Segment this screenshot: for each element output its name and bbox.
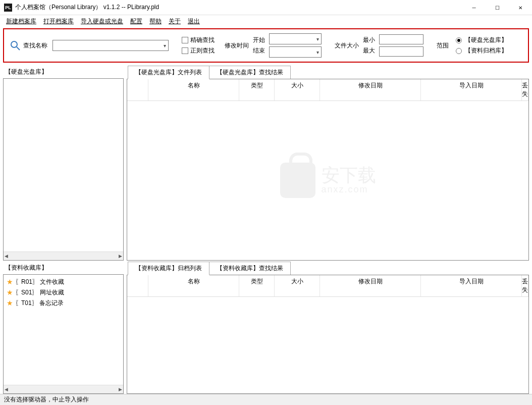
disk-tree-title: 【硬盘光盘库】 [3,66,124,78]
collect-grid-header: 名称 类型 大小 修改日期 导入日期 丢失 [127,275,528,297]
collect-tree-title: 【资料收藏库】 [3,262,124,274]
search-toolbar: 查找名称 精确查找 正则查找 修改时间 开始 结束 文件大小 最小 最大 [3,28,529,63]
watermark-sub: anxz.com [322,184,376,195]
magnifier-icon [9,39,21,52]
menu-about[interactable]: 关于 [166,16,184,27]
watermark: 安下载 anxz.com [280,163,376,198]
range-disk-radio[interactable] [456,37,462,43]
status-text: 没有选择驱动器，中止导入操作 [4,395,89,404]
svg-line-1 [17,47,20,50]
exact-label: 精确查找 [190,36,215,44]
list-item[interactable]: ★ 〖R01〗 文件收藏 [7,277,120,287]
window-title: 个人档案馆（Personal Library） v1.1.2 -- PLibra… [15,3,462,12]
svg-point-0 [11,41,17,47]
collect-tree[interactable]: ★ 〖R01〗 文件收藏 ★ 〖S01〗 网址收藏 ★ 〖T01〗 备忘记录 ◀… [3,274,124,394]
menu-config[interactable]: 配置 [127,16,145,27]
range-archive-radio[interactable] [456,48,462,54]
close-button[interactable]: ✕ [509,0,532,15]
star-icon: ★ [7,299,13,307]
statusbar: 没有选择驱动器，中止导入操作 [0,394,532,405]
col-lost[interactable]: 丢失 [522,275,528,296]
min-size-input[interactable] [379,34,423,44]
menubar: 新建档案库 打开档案库 导入硬盘或光盘 配置 帮助 关于 退出 [0,15,532,27]
titlebar: PL 个人档案馆（Personal Library） v1.1.2 -- PLi… [0,0,532,15]
minimize-button[interactable]: ─ [462,0,486,15]
collect-grid[interactable]: 名称 类型 大小 修改日期 导入日期 丢失 [127,275,529,394]
col-type[interactable]: 类型 [239,79,275,100]
list-item[interactable]: ★ 〖T01〗 备忘记录 [7,298,120,309]
main-area: 【硬盘光盘库】 ◀ ▶ 【硬盘光盘库】文件列表 【硬盘光盘库】查找结果 名称 类… [0,64,532,394]
start-time-input[interactable] [269,33,322,44]
col-size[interactable]: 大小 [275,275,320,296]
disk-grid-header: 名称 类型 大小 修改日期 导入日期 丢失 [127,79,528,101]
star-icon: ★ [7,278,13,286]
tab-collect-archivelist[interactable]: 【资料收藏库】归档列表 [128,262,209,275]
col-type[interactable]: 类型 [239,275,275,296]
mod-time-label: 修改时间 [225,41,249,50]
col-mod-date[interactable]: 修改日期 [320,275,421,296]
file-size-label: 文件大小 [335,41,359,50]
star-icon: ★ [7,288,13,296]
range-archive-label: 【资料归档库】 [465,46,507,55]
tab-disk-search[interactable]: 【硬盘光盘库】查找结果 [209,66,291,79]
scroll-right-icon[interactable]: ▶ [119,254,122,259]
start-label: 开始 [253,36,265,44]
menu-new[interactable]: 新建档案库 [3,16,39,27]
tab-collect-search[interactable]: 【资料收藏库】查找结果 [209,262,291,275]
menu-exit[interactable]: 退出 [185,16,203,27]
menu-import[interactable]: 导入硬盘或光盘 [78,16,126,27]
regex-checkbox[interactable] [182,47,188,54]
disk-tree-scrollbar[interactable]: ◀ ▶ [4,251,123,260]
range-label: 范围 [437,41,449,50]
list-item-label: 〖T01〗 备忘记录 [15,299,64,308]
menu-help[interactable]: 帮助 [146,16,165,27]
watermark-main: 安下载 [322,166,376,184]
lock-icon [280,163,315,198]
collect-tabstrip: 【资料收藏库】归档列表 【资料收藏库】查找结果 [127,262,529,275]
disk-tree[interactable]: ◀ ▶ [3,78,124,261]
menu-open[interactable]: 打开档案库 [40,16,77,27]
range-disk-label: 【硬盘光盘库】 [465,36,507,44]
col-lost[interactable]: 丢失 [522,79,528,100]
window-controls: ─ ☐ ✕ [462,0,532,15]
list-item-label: 〖S01〗 网址收藏 [15,288,64,297]
max-size-input[interactable] [379,46,423,57]
end-time-input[interactable] [269,46,322,58]
col-import-date[interactable]: 导入日期 [421,275,522,296]
maximize-button[interactable]: ☐ [486,0,509,15]
col-mod-date[interactable]: 修改日期 [320,79,421,100]
col-name[interactable]: 名称 [148,79,239,100]
scroll-left-icon[interactable]: ◀ [5,387,8,392]
col-import-date[interactable]: 导入日期 [421,79,522,100]
exact-checkbox[interactable] [182,37,188,43]
tab-disk-filelist[interactable]: 【硬盘光盘库】文件列表 [128,66,209,79]
search-name-label: 查找名称 [23,41,47,50]
collect-tree-scrollbar[interactable]: ◀ ▶ [4,385,123,393]
scroll-right-icon[interactable]: ▶ [119,387,122,392]
end-label: 结束 [253,46,265,55]
disk-tabstrip: 【硬盘光盘库】文件列表 【硬盘光盘库】查找结果 [127,66,529,79]
scroll-left-icon[interactable]: ◀ [5,254,8,259]
disk-grid[interactable]: 名称 类型 大小 修改日期 导入日期 丢失 安下载 anxz.com [127,79,529,261]
regex-label: 正则查找 [190,46,215,55]
app-icon: PL [4,4,12,12]
list-item[interactable]: ★ 〖S01〗 网址收藏 [7,287,120,298]
min-label: 最小 [363,36,375,44]
col-size[interactable]: 大小 [275,79,320,100]
col-name[interactable]: 名称 [148,275,239,296]
search-name-input[interactable] [52,40,169,51]
list-item-label: 〖R01〗 文件收藏 [15,278,64,286]
max-label: 最大 [363,46,375,55]
